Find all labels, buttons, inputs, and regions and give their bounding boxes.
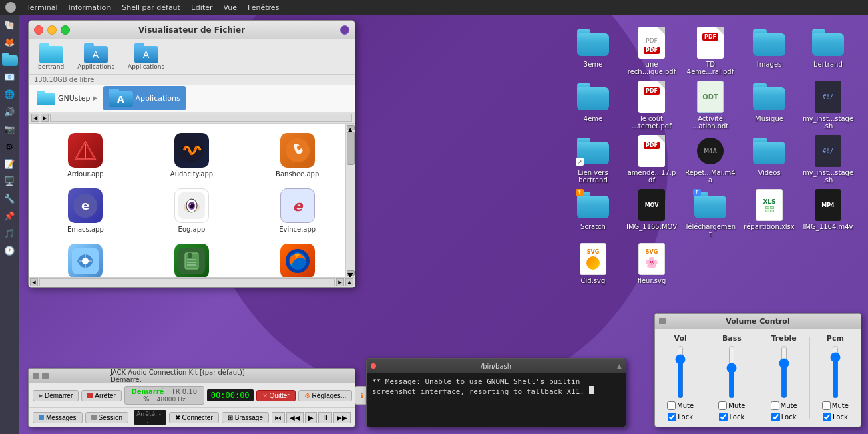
jack-play-button[interactable]: ▶	[305, 412, 317, 423]
win-minimize-button[interactable]	[47, 25, 57, 35]
taskbar-icon-10[interactable]: 🔧	[2, 191, 17, 206]
menu-shell[interactable]: Shell par défaut	[122, 3, 180, 12]
pcm-slider[interactable]	[829, 345, 842, 399]
taskbar-icon-7[interactable]: ⚙️	[2, 139, 17, 154]
taskbar-icon-11[interactable]: 📌	[2, 208, 17, 223]
jack-settings-button[interactable]: ⚙ Réglages...	[298, 390, 353, 401]
toolbar-folder-apps1[interactable]: A Applications	[73, 42, 118, 71]
bass-mute-checkbox[interactable]	[718, 401, 727, 410]
desktop-icon-4eme[interactable]: 4eme	[566, 81, 620, 130]
desktop-icon-mov[interactable]: MOV IMG_1165.MOV	[625, 189, 678, 238]
taskbar-icon-5[interactable]: 🔊	[2, 104, 17, 119]
jack-quit-button[interactable]: ✕ Quitter	[256, 390, 296, 401]
taskbar-icon-4[interactable]: 🌐	[2, 87, 17, 101]
vol-lock-checkbox[interactable]	[668, 413, 676, 421]
app-icon-firefox[interactable]: Firefox.app	[246, 240, 349, 277]
win-maximize-button[interactable]	[61, 25, 70, 35]
menu-information[interactable]: Information	[69, 3, 112, 12]
desktop-icon-pdf2[interactable]: PDF TD 4eme...ral.pdf	[684, 27, 737, 75]
app-icon-fileroller[interactable]: File-roller.app	[140, 240, 244, 277]
app-icon-ardour[interactable]: Ardour.app	[34, 129, 138, 182]
treble-lock-checkbox[interactable]	[771, 413, 780, 421]
desktop-icon-shell2[interactable]: #!/ my_inst...stage.sh	[801, 135, 855, 184]
menu-editer[interactable]: Editer	[191, 3, 213, 12]
hscroll-track[interactable]	[50, 114, 352, 122]
vscroll-down-btn[interactable]: ▼	[347, 270, 355, 276]
toolbar-folder-apps2[interactable]: A Applications	[124, 42, 168, 71]
hscroll-left[interactable]: ◀	[31, 114, 39, 122]
jack-ff-button[interactable]: ▶▶	[333, 412, 351, 423]
bass-slider[interactable]	[725, 345, 738, 399]
bottom-scroll-right[interactable]: ▶	[336, 278, 344, 286]
jack-minimize-button[interactable]	[33, 373, 39, 379]
vscroll-thumb[interactable]	[347, 132, 355, 165]
jack-session-button[interactable]: Session	[85, 412, 129, 423]
treble-mute-checkbox[interactable]	[771, 401, 779, 410]
taskbar-icon-12[interactable]: 🎵	[2, 226, 17, 240]
pcm-slider-container[interactable]	[829, 345, 842, 399]
jack-rewind-button[interactable]: ◀◀	[286, 412, 304, 423]
app-icon-exoopen[interactable]: Exo-open.app	[34, 240, 138, 277]
taskbar-icon-0[interactable]: 🐚	[2, 17, 17, 32]
app-icon-emacs[interactable]: e Emacs.app	[34, 184, 138, 237]
bottom-scroll-up[interactable]: ▲	[345, 278, 353, 286]
taskbar-icon-8[interactable]: 📝	[2, 156, 17, 171]
nav-folder-gnustep[interactable]: GNUstep ▶	[31, 88, 103, 108]
desktop-icon-videos[interactable]: Videos	[742, 135, 796, 184]
desktop-icon-pdf3[interactable]: PDF le coût ...ternet.pdf	[625, 81, 678, 130]
terminal-close-button[interactable]	[371, 363, 376, 369]
win-close-button[interactable]	[34, 25, 43, 35]
desktop-icon-mp4[interactable]: MP4 IMG_1164.m4v	[801, 189, 855, 238]
volume-close-button[interactable]	[659, 318, 666, 324]
desktop-icon-svg1[interactable]: SVG Cid.svg	[566, 243, 620, 284]
taskbar-icon-3[interactable]: 📧	[2, 69, 17, 84]
jack-prev-button[interactable]: ⏮	[272, 412, 285, 423]
bottom-scroll-left[interactable]: ◀	[30, 278, 38, 286]
desktop-icon-xlsx[interactable]: XLS répartition.xlsx	[742, 189, 796, 238]
jack-connect-button[interactable]: ✖ Connecter	[169, 412, 219, 423]
taskbar-icon-9[interactable]: 🖥️	[2, 174, 17, 188]
desktop-icon-lien-bertrand[interactable]: ↗ Lien vers bertrand	[566, 135, 620, 184]
bass-lock-checkbox[interactable]	[719, 413, 728, 421]
app-icon-evince[interactable]: e Evince.app	[246, 184, 349, 237]
treble-slider-container[interactable]	[777, 345, 791, 399]
jack-stop-button[interactable]: Arrêter	[81, 390, 122, 401]
taskbar-icon-6[interactable]: 📷	[2, 122, 17, 136]
jack-start-button[interactable]: ▶ Démarrer	[33, 390, 79, 401]
menu-vue[interactable]: Vue	[224, 3, 238, 12]
desktop-icon-scratch[interactable]: ↑ Scratch	[566, 189, 620, 238]
app-icon-audacity[interactable]: Audacity.app	[140, 129, 244, 182]
jack-pause-button[interactable]: ⏸	[318, 412, 332, 423]
win-theme-btn[interactable]	[340, 25, 349, 35]
app-icon-eog[interactable]: Eog.app	[140, 184, 244, 237]
menu-fenetres[interactable]: Fenêtres	[248, 3, 279, 12]
desktop-icon-shell1[interactable]: #!/ my_inst...stage.sh	[801, 81, 855, 130]
jack-messages-button[interactable]: Messages	[33, 412, 83, 423]
taskbar-icon-1[interactable]: 🦊	[2, 35, 17, 49]
treble-slider[interactable]	[777, 345, 791, 399]
desktop-icon-3eme[interactable]: 3eme	[566, 27, 620, 75]
taskbar-icon-2[interactable]	[2, 52, 17, 67]
vol-mute-checkbox[interactable]	[667, 401, 676, 410]
nav-folder-applications[interactable]: A Applications	[103, 86, 186, 110]
hscroll-right[interactable]: ▶	[41, 114, 49, 122]
desktop-icon-m4a[interactable]: M4A Repet...Mai.m4a	[684, 135, 737, 184]
taskbar-icon-13[interactable]: 🕐	[2, 243, 17, 258]
vscroll-up-btn[interactable]: ▲	[347, 125, 355, 130]
vol-slider-container[interactable]	[674, 345, 687, 399]
desktop-icon-musique[interactable]: Musique	[742, 81, 796, 130]
filemanager-vscroll[interactable]: ▲ ▼	[345, 124, 355, 277]
desktop-icon-bertrand[interactable]: bertrand	[801, 27, 855, 75]
vol-slider[interactable]	[674, 345, 687, 399]
desktop-icon-images[interactable]: Images	[742, 27, 796, 75]
app-icon-banshee[interactable]: Banshee.app	[246, 129, 349, 182]
desktop-icon-pdf4[interactable]: PDF amende...17.pdf	[625, 135, 678, 184]
bass-slider-container[interactable]	[725, 345, 738, 399]
toolbar-folder-bertrand[interactable]: bertrand	[34, 42, 68, 71]
jack-close-button[interactable]	[42, 373, 49, 379]
desktop-icon-svg2[interactable]: SVG 🌸 fleur.svg	[625, 243, 678, 284]
pcm-mute-checkbox[interactable]	[822, 401, 831, 410]
bottom-scroll-track[interactable]	[39, 278, 335, 286]
terminal-scroll-up[interactable]: ▲	[617, 363, 622, 369]
desktop-icon-pdf1[interactable]: PDFPDF une rech...ique.pdf	[625, 27, 678, 75]
